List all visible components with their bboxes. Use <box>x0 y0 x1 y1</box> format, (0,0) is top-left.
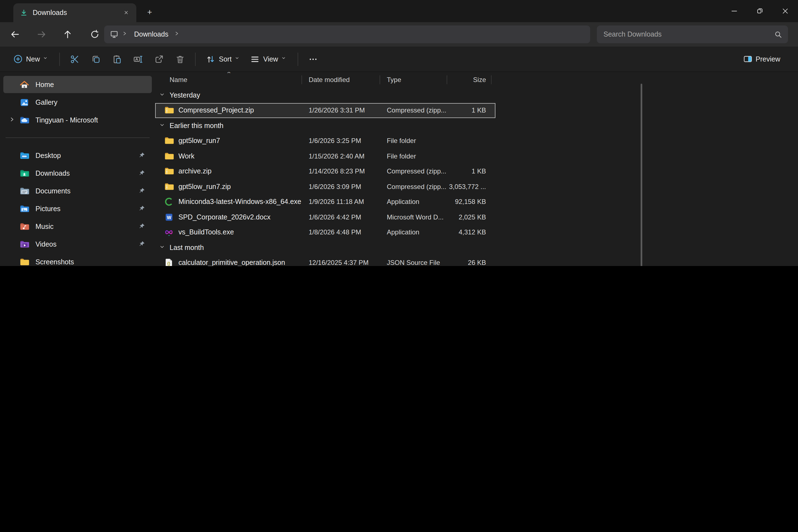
preview-pane-icon <box>743 54 752 64</box>
plus-circle-icon <box>13 54 23 64</box>
column-header-name[interactable]: Name <box>155 72 302 88</box>
maximize-restore-button[interactable] <box>747 0 773 22</box>
forward-button[interactable] <box>33 26 50 43</box>
pin-icon <box>138 223 146 230</box>
sidebar-item-screenshots[interactable]: Screenshots <box>3 253 152 266</box>
table-row[interactable]: Miniconda3-latest-Windows-x86_64.exe 1/9… <box>155 194 495 209</box>
group-header[interactable]: Earlier this month <box>155 118 643 133</box>
preview-label: Preview <box>756 55 780 63</box>
column-header-date-modified[interactable]: Date modified <box>302 72 380 88</box>
column-header-type[interactable]: Type <box>380 72 447 88</box>
json-file-icon: {} <box>164 258 174 266</box>
gallery-icon <box>19 97 30 107</box>
table-row[interactable]: vs_BuildTools.exe 1/8/2026 4:48 PM Appli… <box>155 225 495 240</box>
file-type: Application <box>380 229 447 236</box>
svg-text:{}: {} <box>167 262 171 266</box>
close-button[interactable] <box>773 0 798 22</box>
file-date-modified: 12/16/2025 4:37 PM <box>302 259 380 266</box>
sidebar-item-desktop[interactable]: Desktop <box>3 147 152 164</box>
chevron-down-icon <box>158 92 167 99</box>
file-name: Miniconda3-latest-Windows-x86_64.exe <box>178 198 301 206</box>
documents-folder-icon <box>19 186 30 196</box>
refresh-button[interactable] <box>87 26 103 43</box>
music-folder-icon <box>19 222 30 231</box>
sidebar-item-pictures[interactable]: Pictures <box>3 200 152 217</box>
chevron-down-icon <box>158 122 167 129</box>
sidebar-item-label: Screenshots <box>36 258 137 266</box>
chevron-down-icon <box>235 56 241 62</box>
file-date-modified: 1/15/2026 2:40 AM <box>302 152 380 160</box>
table-row[interactable]: WSPD_Corporate_2026v2.docx 1/6/2026 4:42… <box>155 209 495 225</box>
file-date-modified: 1/6/2026 4:42 PM <box>302 213 380 221</box>
new-button[interactable]: New <box>9 51 54 67</box>
new-tab-button[interactable]: + <box>143 5 156 18</box>
back-button[interactable] <box>7 26 23 43</box>
zip-folder-icon <box>164 167 174 176</box>
share-button[interactable] <box>150 50 169 68</box>
search-input[interactable] <box>602 30 774 39</box>
file-size: 3,053,772 ... <box>447 183 492 191</box>
home-icon <box>19 79 30 90</box>
group-label: Earlier this month <box>170 122 224 130</box>
folder-icon <box>19 257 30 266</box>
preview-pane: Select a file to preview. <box>643 72 795 266</box>
title-bar: Downloads + <box>0 0 798 22</box>
file-rows: Yesterday Compressed_Project.zip 1/26/20… <box>155 88 643 266</box>
group-header[interactable]: Yesterday <box>155 88 643 103</box>
chevron-right-icon <box>174 31 180 38</box>
file-name: archive.zip <box>178 168 212 175</box>
sidebar-item-home[interactable]: Home <box>3 76 152 93</box>
sidebar-item-music[interactable]: Music <box>3 218 152 235</box>
file-type: Microsoft Word D... <box>380 213 447 221</box>
table-row[interactable]: Compressed_Project.zip 1/26/2026 3:31 PM… <box>155 103 495 118</box>
minimize-button[interactable] <box>722 0 747 22</box>
window-controls <box>722 0 798 22</box>
preview-toggle-button[interactable]: Preview <box>738 51 785 67</box>
toolbar-separator <box>195 52 196 66</box>
sidebar-item-label: Desktop <box>36 152 137 159</box>
sidebar-item-gallery[interactable]: Gallery <box>3 94 152 111</box>
address-bar[interactable]: Downloads <box>104 25 590 43</box>
copy-button[interactable] <box>87 50 105 68</box>
rename-button[interactable] <box>129 50 147 68</box>
file-type: Application <box>380 198 447 206</box>
sidebar-item-downloads[interactable]: Downloads <box>3 165 152 182</box>
column-header-size[interactable]: Size <box>447 72 492 88</box>
sidebar-item-videos[interactable]: Videos <box>3 235 152 253</box>
zip-folder-icon <box>164 106 174 116</box>
desktop-folder-icon <box>19 150 30 160</box>
sidebar-item-tingyuan-microsoft[interactable]: Tingyuan - Microsoft <box>3 111 152 129</box>
paste-button[interactable] <box>108 50 126 68</box>
zip-folder-icon <box>164 182 174 192</box>
up-button[interactable] <box>59 26 76 43</box>
table-row[interactable]: {}calculator_primitive_operation.json 12… <box>155 255 495 266</box>
sidebar-divider <box>5 137 150 138</box>
delete-button[interactable] <box>171 50 190 68</box>
cut-button[interactable] <box>65 50 84 68</box>
group-header[interactable]: Last month <box>155 240 643 255</box>
sort-button[interactable]: Sort <box>201 51 246 67</box>
breadcrumb-segment[interactable]: Downloads <box>132 31 171 38</box>
file-list-area: ⌃ Name Date modified Type Size Yesterday… <box>155 72 643 266</box>
more-options-button[interactable] <box>304 50 323 68</box>
miniconda-app-icon <box>164 197 174 207</box>
group-label: Last month <box>170 244 204 252</box>
table-row[interactable]: Work 1/15/2026 2:40 AM File folder <box>155 149 495 164</box>
file-type: File folder <box>380 137 447 145</box>
view-button[interactable]: View <box>246 51 292 67</box>
folder-icon <box>164 136 174 146</box>
tab-close-icon[interactable] <box>121 7 132 18</box>
search-box[interactable] <box>597 25 788 43</box>
sidebar-item-label: Home <box>36 81 137 89</box>
table-row[interactable]: archive.zip 1/14/2026 8:23 PM Compressed… <box>155 164 495 179</box>
explorer-tab[interactable]: Downloads <box>13 3 136 22</box>
videos-folder-icon <box>19 239 30 249</box>
list-scrollbar[interactable] <box>641 84 642 266</box>
navigation-sidebar: Home Gallery Tingyuan - Microsoft Deskto… <box>0 72 155 266</box>
file-date-modified: 1/14/2026 8:23 PM <box>302 168 380 175</box>
table-row[interactable]: gpt5low_run7.zip 1/6/2026 3:09 PM Compre… <box>155 179 495 194</box>
file-name: Work <box>178 152 194 160</box>
sort-label: Sort <box>219 55 232 63</box>
sidebar-item-documents[interactable]: Documents <box>3 182 152 200</box>
table-row[interactable]: gpt5low_run7 1/6/2026 3:25 PM File folde… <box>155 133 495 149</box>
